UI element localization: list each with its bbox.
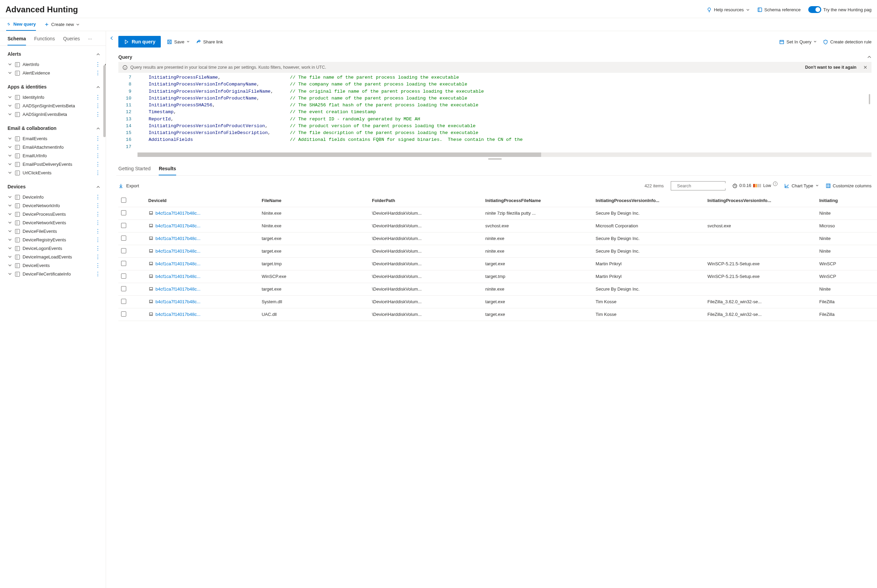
more-icon[interactable]: ⋮ bbox=[95, 172, 100, 174]
code-line[interactable]: 11 InitiatingProcessSHA256, // The SHA25… bbox=[119, 102, 871, 109]
sidebar-section-head[interactable]: Alerts bbox=[8, 50, 102, 60]
sidebar-item[interactable]: DeviceInfo ⋮ bbox=[8, 193, 102, 201]
code-h-scrollbar[interactable] bbox=[138, 153, 871, 157]
col-filename[interactable]: FileName bbox=[259, 195, 369, 207]
run-query-button[interactable]: Run query bbox=[119, 36, 161, 48]
banner-dismiss[interactable]: Don't want to see it again bbox=[805, 65, 856, 70]
more-icon[interactable]: ⋮ bbox=[95, 96, 100, 99]
code-line[interactable]: 16 AdditionalFields // Additional fields… bbox=[119, 136, 871, 143]
row-checkbox[interactable] bbox=[121, 299, 126, 304]
sidebar-item[interactable]: UrlClickEvents ⋮ bbox=[8, 168, 102, 177]
row-checkbox[interactable] bbox=[121, 248, 126, 254]
save-button[interactable]: Save bbox=[167, 39, 190, 45]
create-new[interactable]: Create new bbox=[44, 22, 80, 30]
device-id-cell[interactable]: b4cf1ca7f14017b48c... bbox=[149, 312, 256, 317]
device-id-cell[interactable]: b4cf1ca7f14017b48c... bbox=[149, 211, 256, 216]
sidebar-item[interactable]: AlertEvidence ⋮ bbox=[8, 69, 102, 77]
tab-new-query[interactable]: New query bbox=[6, 21, 36, 31]
sidebar-section-head[interactable]: Apps & identities bbox=[8, 83, 102, 93]
sidebar-item[interactable]: IdentityInfo ⋮ bbox=[8, 93, 102, 102]
sidebar-item[interactable]: AlertInfo ⋮ bbox=[8, 60, 102, 69]
more-icon[interactable]: ⋮ bbox=[95, 63, 100, 66]
table-row[interactable]: b4cf1ca7f14017b48c... Ninite.exe \Device… bbox=[119, 219, 877, 232]
col-product[interactable]: Initiating bbox=[817, 195, 877, 207]
sidebar-item[interactable]: AADSpnSignInEventsBeta ⋮ bbox=[8, 102, 102, 110]
sidebar-section-head[interactable]: Devices bbox=[8, 183, 102, 193]
sidebar-section-head[interactable]: Email & collaboration bbox=[8, 124, 102, 134]
sidebar-tab-schema[interactable]: Schema bbox=[8, 36, 26, 45]
try-new-hunting[interactable]: Try the new Hunting pag bbox=[808, 6, 871, 13]
code-line[interactable]: 12 Timestamp, // The event creation time… bbox=[119, 109, 871, 116]
share-button[interactable]: Share link bbox=[196, 39, 223, 45]
sidebar-item[interactable]: DeviceLogonEvents ⋮ bbox=[8, 244, 102, 253]
device-id-cell[interactable]: b4cf1ca7f14017b48c... bbox=[149, 223, 256, 228]
code-v-scrollbar[interactable] bbox=[867, 74, 871, 158]
row-checkbox[interactable] bbox=[121, 311, 126, 316]
set-in-query[interactable]: Set In Query bbox=[779, 39, 817, 45]
more-icon[interactable]: ⋮ bbox=[95, 238, 100, 242]
toggle-switch[interactable] bbox=[808, 6, 821, 13]
row-checkbox[interactable] bbox=[121, 286, 126, 291]
sidebar-item[interactable]: EmailPostDeliveryEvents ⋮ bbox=[8, 160, 102, 168]
col-deviceid[interactable]: DeviceId bbox=[146, 195, 259, 207]
col-checkbox[interactable] bbox=[119, 195, 146, 207]
sidebar-tab-queries[interactable]: Queries bbox=[63, 36, 80, 45]
row-checkbox[interactable] bbox=[121, 210, 126, 215]
sidebar-item[interactable]: DeviceProcessEvents ⋮ bbox=[8, 210, 102, 219]
customize-columns[interactable]: Customize columns bbox=[826, 183, 871, 188]
more-icon[interactable]: ⋮ bbox=[95, 273, 100, 276]
more-icon[interactable]: ⋮ bbox=[95, 72, 100, 75]
pane-resize-gripper[interactable] bbox=[119, 158, 871, 160]
more-icon[interactable]: ⋮ bbox=[95, 163, 100, 166]
more-icon[interactable]: ⋮ bbox=[95, 146, 100, 149]
table-row[interactable]: b4cf1ca7f14017b48c... target.exe \Device… bbox=[119, 245, 877, 257]
more-icon[interactable]: ⋮ bbox=[95, 196, 100, 199]
more-icon[interactable]: ⋮ bbox=[95, 137, 100, 140]
col-company[interactable]: InitiatingProcessVersionInfo... bbox=[593, 195, 704, 207]
code-line[interactable]: 8 InitiatingProcessVersionInfoCompanyNam… bbox=[119, 81, 871, 88]
close-icon[interactable]: ✕ bbox=[863, 64, 867, 70]
col-origfile[interactable]: InitiatingProcessVersionInfo... bbox=[704, 195, 817, 207]
chart-type[interactable]: Chart Type bbox=[784, 183, 818, 188]
col-folderpath[interactable]: FolderPath bbox=[369, 195, 482, 207]
table-row[interactable]: b4cf1ca7f14017b48c... target.exe \Device… bbox=[119, 283, 877, 296]
more-icon[interactable]: ⋮ bbox=[95, 113, 100, 116]
search-input[interactable] bbox=[677, 183, 735, 188]
schema-reference[interactable]: Schema reference bbox=[757, 7, 801, 12]
row-checkbox[interactable] bbox=[121, 261, 126, 266]
device-id-cell[interactable]: b4cf1ca7f14017b48c... bbox=[149, 261, 256, 266]
info-small-icon[interactable]: i bbox=[773, 182, 778, 186]
device-id-cell[interactable]: b4cf1ca7f14017b48c... bbox=[149, 249, 256, 254]
sidebar-item[interactable]: DeviceNetworkEvents ⋮ bbox=[8, 219, 102, 227]
table-row[interactable]: b4cf1ca7f14017b48c... System.dll \Device… bbox=[119, 296, 877, 308]
row-checkbox[interactable] bbox=[121, 236, 126, 241]
sidebar-tab-functions[interactable]: Functions bbox=[34, 36, 55, 45]
help-resources[interactable]: Help resources bbox=[707, 7, 749, 12]
sidebar-item[interactable]: DeviceEvents ⋮ bbox=[8, 261, 102, 270]
tab-getting-started[interactable]: Getting Started bbox=[119, 166, 150, 176]
more-icon[interactable]: ⋮ bbox=[95, 204, 100, 207]
code-line[interactable]: 15 InitiatingProcessVersionInfoFileDescr… bbox=[119, 130, 871, 136]
sidebar-item[interactable]: DeviceFileEvents ⋮ bbox=[8, 227, 102, 236]
device-id-cell[interactable]: b4cf1ca7f14017b48c... bbox=[149, 286, 256, 292]
sidebar-item[interactable]: DeviceImageLoadEvents ⋮ bbox=[8, 253, 102, 261]
table-row[interactable]: b4cf1ca7f14017b48c... WinSCP.exe \Device… bbox=[119, 270, 877, 283]
search-box[interactable] bbox=[671, 181, 725, 190]
col-initfile[interactable]: InitiatingProcessFileName bbox=[483, 195, 593, 207]
row-checkbox[interactable] bbox=[121, 223, 126, 228]
code-line[interactable]: 9 InitiatingProcessVersionInfoOriginalFi… bbox=[119, 88, 871, 95]
sidebar-item[interactable]: EmailUrlInfo ⋮ bbox=[8, 152, 102, 160]
code-line[interactable]: 7 InitiatingProcessFileName, // The file… bbox=[119, 74, 871, 81]
code-editor[interactable]: 7 InitiatingProcessFileName, // The file… bbox=[119, 74, 871, 158]
more-icon[interactable]: ⋮ bbox=[95, 230, 100, 233]
export-button[interactable]: Export bbox=[119, 183, 139, 188]
sidebar-item[interactable]: DeviceRegistryEvents ⋮ bbox=[8, 236, 102, 244]
more-icon[interactable]: ⋮ bbox=[95, 105, 100, 107]
code-line[interactable]: 13 ReportId, // The report ID - randomly… bbox=[119, 116, 871, 123]
table-row[interactable]: b4cf1ca7f14017b48c... target.tmp \Device… bbox=[119, 257, 877, 270]
create-detection-rule[interactable]: Create detection rule bbox=[823, 39, 871, 45]
sidebar-item[interactable]: DeviceFileCertificateInfo ⋮ bbox=[8, 270, 102, 278]
device-id-cell[interactable]: b4cf1ca7f14017b48c... bbox=[149, 274, 256, 279]
more-icon[interactable]: ⋮ bbox=[95, 264, 100, 267]
sidebar-scrollbar[interactable] bbox=[103, 65, 106, 137]
